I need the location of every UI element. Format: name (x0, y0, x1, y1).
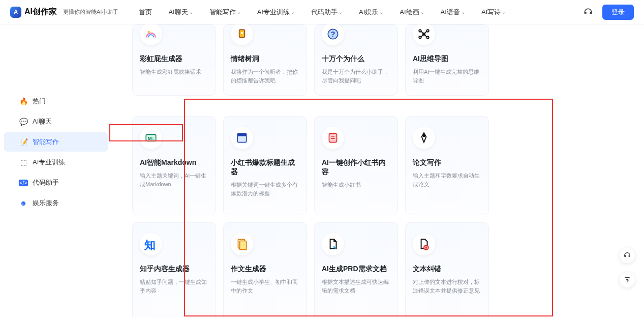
card-title: 文本纠错 (413, 265, 481, 274)
svg-rect-17 (240, 241, 247, 250)
fire-icon: 🔥 (19, 97, 27, 105)
svg-point-9 (426, 36, 428, 38)
smile-icon: ☻ (19, 199, 27, 207)
card-desc: 根据关键词一键生成多个有爆款潜力的标题 (231, 181, 299, 197)
svg-point-8 (419, 36, 421, 38)
card-title: AI一键创作小红书内容 (322, 158, 390, 177)
svg-point-5 (423, 33, 425, 35)
chevron-down-icon: ⌄ (291, 9, 295, 15)
card-desc: 一键生成小学生、初中和高中的作文 (231, 278, 299, 295)
feature-card[interactable]: 小红书爆款标题生成器 根据关键词一键生成多个有爆款潜力的标题 (223, 116, 307, 215)
sidebar-item-ent[interactable]: ☻娱乐服务 (4, 193, 108, 213)
svg-text:M↓: M↓ (148, 135, 155, 141)
sidebar-item-write[interactable]: 📝智能写作 (4, 132, 108, 152)
feature-card[interactable]: 情绪树洞 我将作为一个倾听者，把你的烦恼都告诉我吧 (223, 24, 307, 96)
card-title: 彩虹屁生成器 (140, 54, 208, 64)
sidebar-item-code[interactable]: </>代码助手 (4, 173, 108, 192)
feature-card[interactable]: 彩虹屁生成器 智能生成彩虹屁吹捧话术 (132, 24, 216, 96)
login-button[interactable]: 登录 (602, 5, 634, 20)
chevron-down-icon: ⌄ (189, 9, 193, 15)
card-desc: 输入主题关键词，AI一键生成Markdown (140, 171, 208, 188)
sidebar-item-hot[interactable]: 🔥热门 (4, 92, 108, 111)
nav-poem[interactable]: AI写诗⌄ (481, 8, 506, 17)
code-icon: </> (19, 179, 27, 187)
chevron-down-icon: ⌄ (502, 9, 506, 15)
top-nav: 首页 AI聊天⌄ 智能写作⌄ AI专业训练⌄ 代码助手⌄ AI娱乐⌄ AI绘画⌄… (139, 8, 583, 17)
chevron-down-icon: ⌄ (339, 9, 343, 15)
header: A AI创作家 更懂你的智能AI小助手 首页 AI聊天⌄ 智能写作⌄ AI专业训… (0, 0, 644, 24)
card-desc: 智能生成小红书 (322, 181, 390, 189)
content: 彩虹屁生成器 智能生成彩虹屁吹捧话术 情绪树洞 我将作为一个倾听者，把你的烦恼都… (112, 24, 644, 318)
nav-home[interactable]: 首页 (139, 8, 152, 17)
feature-card[interactable]: ? 十万个为什么 我是十万个为什么小助手，尽管向我提问吧 (314, 24, 398, 96)
headset-icon[interactable] (583, 7, 593, 17)
card-row-bot: 知 知乎内容生成器 粘贴知乎问题，一键生成知乎内容 作文生成器 一键生成小学生、… (132, 222, 614, 318)
card-desc: 粘贴知乎问题，一键生成知乎内容 (140, 278, 208, 295)
nav-write[interactable]: 智能写作⌄ (209, 8, 241, 17)
svg-text:?: ? (331, 30, 335, 38)
feature-card[interactable]: 知 知乎内容生成器 粘贴知乎问题，一键生成知乎内容 (132, 222, 216, 318)
nav-entertain[interactable]: AI娱乐⌄ (359, 8, 383, 17)
cube-icon: ⬚ (19, 158, 27, 166)
svg-point-15 (423, 135, 424, 136)
feature-card[interactable]: M↓ AI智能Markdown 输入主题关键词，AI一键生成Markdown (132, 116, 216, 215)
mindmap-icon (413, 24, 435, 45)
sidebar-item-label: 代码助手 (33, 178, 59, 187)
chat-icon: 💬 (19, 118, 27, 126)
sidebar-item-label: AI专业训练 (33, 158, 65, 167)
card-desc: 根据文本描述生成可快速编辑的需求文档 (322, 278, 390, 295)
float-buttons (620, 248, 635, 287)
main: 🔥热门 💬AI聊天 📝智能写作 ⬚AI专业训练 </>代码助手 ☻娱乐服务 彩虹… (0, 24, 644, 318)
feature-card[interactable]: 文本纠错 对上传的文本进行校对，标注错误文本并提供修正意见 (405, 222, 489, 318)
card-title: 小红书爆款标题生成器 (231, 158, 299, 177)
tree-icon (231, 24, 253, 45)
card-title: AI生成PRD需求文档 (322, 265, 390, 274)
card-desc: 智能生成彩虹屁吹捧话术 (140, 68, 208, 76)
svg-point-7 (426, 30, 428, 32)
card-title: 作文生成器 (231, 265, 299, 274)
card-title: AI思维导图 (413, 54, 481, 64)
chevron-down-icon: ⌄ (237, 9, 241, 15)
card-desc: 对上传的文本进行校对，标注错误文本并提供修正意见 (413, 278, 481, 295)
logo-text: AI创作家 (24, 7, 57, 17)
chevron-down-icon: ⌄ (379, 9, 383, 15)
question-icon: ? (322, 24, 344, 45)
feature-card[interactable]: 论文写作 输入主题和字数要求自动生成论文 (405, 116, 489, 215)
card-row-top: 彩虹屁生成器 智能生成彩虹屁吹捧话术 情绪树洞 我将作为一个倾听者，把你的烦恼都… (132, 24, 614, 96)
card-desc: 输入主题和字数要求自动生成论文 (413, 171, 481, 188)
card-title: 十万个为什么 (322, 54, 390, 64)
feature-card[interactable]: 作文生成器 一键生成小学生、初中和高中的作文 (223, 222, 307, 318)
correct-icon (413, 233, 435, 255)
card-desc: 利用AI一键生成完整的思维导图 (413, 68, 481, 84)
support-button[interactable] (620, 248, 635, 263)
sidebar-item-label: 智能写作 (33, 137, 59, 147)
essay-icon (231, 233, 253, 255)
nav-code[interactable]: 代码助手⌄ (311, 8, 343, 17)
back-to-top-button[interactable] (620, 272, 635, 287)
sidebar-item-chat[interactable]: 💬AI聊天 (4, 112, 108, 131)
window-icon (231, 127, 253, 149)
svg-rect-14 (329, 133, 336, 142)
zhihu-icon: 知 (140, 233, 162, 255)
logo-icon: A (10, 7, 21, 18)
rainbow-icon (140, 24, 162, 45)
feature-card[interactable]: AI思维导图 利用AI一键生成完整的思维导图 (405, 24, 489, 96)
nav-voice[interactable]: AI语音⌄ (441, 8, 465, 17)
sidebar-item-label: 娱乐服务 (33, 198, 59, 208)
card-row-mid: M↓ AI智能Markdown 输入主题关键词，AI一键生成Markdown 小… (132, 116, 614, 215)
prd-icon (322, 233, 344, 255)
markdown-icon: M↓ (140, 127, 162, 149)
note-icon (322, 127, 344, 149)
nav-train[interactable]: AI专业训练⌄ (257, 8, 295, 17)
nav-paint[interactable]: AI绘画⌄ (400, 8, 424, 17)
nav-chat[interactable]: AI聊天⌄ (168, 8, 193, 17)
sidebar-item-train[interactable]: ⬚AI专业训练 (4, 153, 108, 172)
feature-card[interactable]: AI生成PRD需求文档 根据文本描述生成可快速编辑的需求文档 (314, 222, 398, 318)
feature-card[interactable]: AI一键创作小红书内容 智能生成小红书 (314, 116, 398, 215)
card-desc: 我是十万个为什么小助手，尽管向我提问吧 (322, 68, 390, 84)
logo[interactable]: A AI创作家 (10, 7, 57, 18)
card-title: 知乎内容生成器 (140, 265, 208, 274)
card-desc: 我将作为一个倾听者，把你的烦恼都告诉我吧 (231, 68, 299, 84)
pen-icon (413, 127, 435, 149)
svg-rect-13 (237, 133, 246, 136)
